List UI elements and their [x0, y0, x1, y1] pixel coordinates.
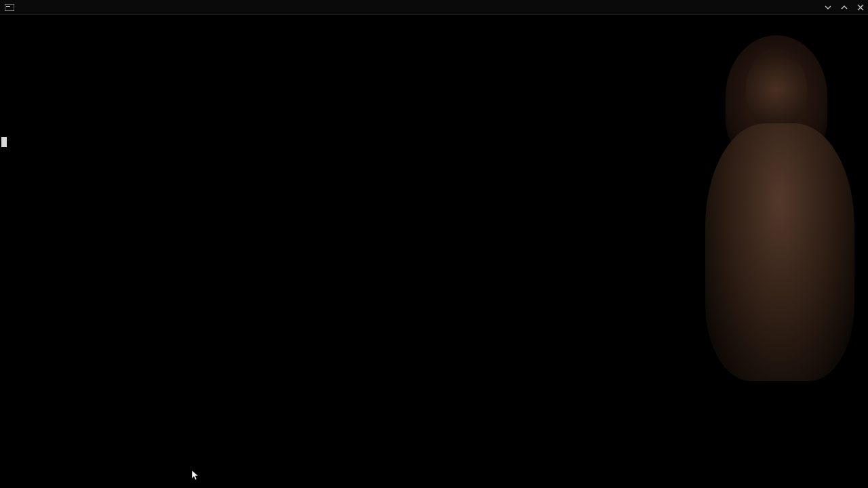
close-button[interactable]: [857, 4, 864, 11]
output-line: [1, 115, 867, 126]
titlebar: [0, 0, 868, 15]
cursor-icon: [1, 137, 7, 147]
maximize-button[interactable]: [841, 4, 848, 11]
minimize-button[interactable]: [825, 4, 831, 11]
prompt-line: [1, 61, 867, 72]
prompt-line: [1, 137, 867, 148]
prompt-line: [1, 94, 867, 104]
app-icon: [4, 3, 15, 12]
svg-rect-0: [5, 4, 14, 11]
svg-rect-1: [6, 6, 10, 7]
terminal-area[interactable]: [0, 15, 868, 488]
ls-output-line: [1, 39, 867, 50]
